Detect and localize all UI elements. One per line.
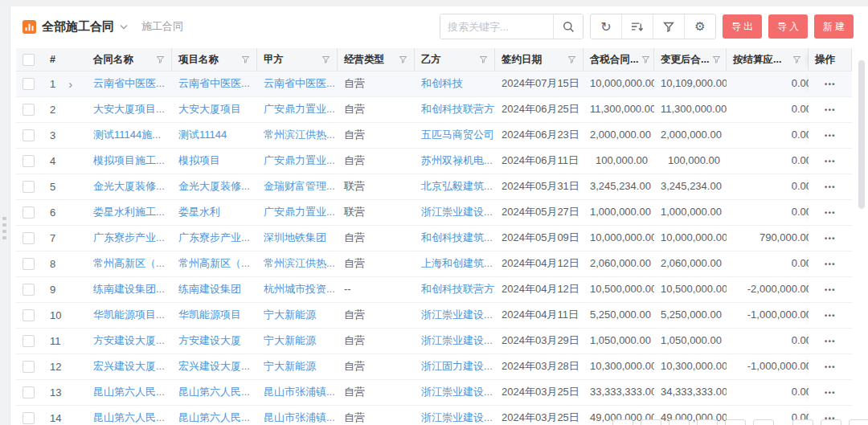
project-link[interactable]: 测试11144 [178,129,227,141]
contract-link[interactable]: 金光大厦装修... [93,180,165,192]
create-button[interactable]: 新建 [814,14,854,39]
party_a-link[interactable]: 广安鼎力置业... [264,154,335,166]
party_b-link[interactable]: 和创科技 [421,77,463,89]
project-link[interactable]: 昆山第六人民... [178,386,250,398]
contract-link[interactable]: 模拟项目施工... [93,154,165,166]
project-link[interactable]: 金光大厦装修... [178,180,250,192]
row-more-actions-button[interactable]: ••• [820,380,841,405]
filter-funnel-icon[interactable] [241,55,250,64]
refresh-icon[interactable]: ↻ [591,14,621,39]
project-link[interactable]: 方安建设大厦 [178,334,241,346]
page-button[interactable] [669,419,690,425]
contract-link[interactable]: 练南建设集团... [93,283,165,295]
row-more-actions-button[interactable]: ••• [820,251,841,276]
row-checkbox[interactable] [23,386,35,398]
expand-row-icon[interactable]: › [68,78,72,90]
party_a-link[interactable]: 杭州城市投资... [264,283,335,295]
row-checkbox[interactable] [23,78,35,90]
table-row[interactable]: 7广东寮步产业...广东寮步产业...深圳地铁集团自营和创科技建筑...2024… [16,226,852,251]
party_a-link[interactable]: 云南省中医医... [264,77,335,89]
page-button[interactable] [849,419,868,425]
filter-icon[interactable] [653,14,684,39]
table-row[interactable]: 9练南建设集团...练南建设集团杭州城市投资...--和创科技联营方2024年0… [16,277,852,303]
export-button[interactable]: 导出 [723,14,762,39]
table-row[interactable]: 13昆山第六人民...昆山第六人民...昆山市张浦镇...自营浙江崇业建设...… [16,380,852,406]
page-button[interactable] [612,419,633,425]
contract-link[interactable]: 常州高新区（... [93,257,165,269]
party_a-link[interactable]: 宁大新能源 [264,360,316,372]
page-button[interactable] [697,419,718,425]
party_a-link[interactable]: 昆山市张浦镇... [264,386,335,398]
row-more-actions-button[interactable]: ••• [820,226,841,251]
project-link[interactable]: 大安大厦项目 [178,103,241,115]
table-row[interactable]: 1›云南省中医医...云南省中医医...云南省中医医...自营和创科技2024年… [16,72,852,97]
contract-link[interactable]: 测试11144施... [93,129,161,141]
table-row[interactable]: 5金光大厦装修...金光大厦装修...金瑞财富管理...联营北京弘毅建筑...2… [16,174,852,200]
page-button[interactable] [725,419,746,425]
row-checkbox[interactable] [23,361,35,373]
party_a-link[interactable]: 深圳地铁集团 [264,231,326,243]
project-link[interactable]: 娄星水利 [178,206,220,218]
party_b-link[interactable]: 浙江崇业建设... [421,309,493,321]
contract-link[interactable]: 方安建设大厦... [93,334,165,346]
row-more-actions-button[interactable]: ••• [820,123,841,148]
project-link[interactable]: 宏兴建设大厦... [178,360,250,372]
table-row[interactable]: 3测试11144施...测试11144常州滨江供热...自营五匹马商贸公司202… [16,123,852,149]
search-input[interactable] [440,14,553,39]
row-more-actions-button[interactable]: ••• [820,354,841,379]
project-link[interactable]: 模拟项目 [178,154,220,166]
party_a-link[interactable]: 广安鼎力置业... [264,206,335,218]
contract-link[interactable]: 华凯能源项目... [93,309,165,321]
party_b-link[interactable]: 五匹马商贸公司 [421,129,494,141]
row-checkbox[interactable] [23,284,35,296]
party_b-link[interactable]: 浙江崇业建设... [421,386,493,398]
party_b-link[interactable]: 和创科技联营方 [421,103,494,115]
row-more-actions-button[interactable]: ••• [820,329,841,353]
row-more-actions-button[interactable]: ••• [820,72,841,96]
filter-funnel-icon[interactable] [156,55,165,64]
row-checkbox[interactable] [23,129,35,141]
project-link[interactable]: 云南省中医医... [178,77,250,89]
drawer-resize-handle[interactable] [2,217,7,239]
project-link[interactable]: 华凯能源项目 [178,309,241,321]
filter-funnel-icon[interactable] [479,55,488,64]
project-link[interactable]: 常州高新区（... [178,257,250,269]
page-button[interactable] [753,419,774,425]
row-more-actions-button[interactable]: ••• [820,97,841,122]
project-link[interactable]: 广东寮步产业... [178,231,250,243]
party_b-link[interactable]: 苏州双禄机电... [421,154,493,166]
party_b-link[interactable]: 北京弘毅建筑... [421,180,493,192]
row-checkbox[interactable] [23,206,35,219]
row-more-actions-button[interactable]: ••• [820,149,841,174]
table-row[interactable]: 6娄星水利施工...娄星水利广安鼎力置业...联营浙江崇业建设...2024年0… [16,200,852,226]
row-checkbox[interactable] [23,155,35,167]
search-icon[interactable] [553,14,583,39]
page-button[interactable] [641,419,661,425]
chevron-down-icon[interactable] [120,24,128,30]
table-row[interactable]: 11方安建设大厦...方安建设大厦宁大新能源自营浙江崇业建设...2024年03… [16,329,852,354]
import-button[interactable]: 导入 [768,14,808,39]
row-more-actions-button[interactable]: ••• [820,200,841,225]
filter-funnel-icon[interactable] [712,55,721,64]
filter-funnel-icon[interactable] [641,55,650,64]
row-more-actions-button[interactable]: ••• [820,174,841,199]
contract-link[interactable]: 昆山第六人民... [93,386,165,398]
contract-link[interactable]: 广东寮步产业... [93,231,165,243]
filter-funnel-icon[interactable] [792,55,801,64]
row-checkbox[interactable] [23,181,35,193]
page-button[interactable] [792,419,813,425]
party_b-link[interactable]: 浙江崇业建设... [421,334,493,346]
contract-link[interactable]: 宏兴建设大厦... [93,360,165,372]
gear-icon[interactable]: ⚙ [684,14,715,39]
table-row[interactable]: 12宏兴建设大厦...宏兴建设大厦...宁大新能源自营浙江固力建设...2024… [16,354,852,380]
contract-link[interactable]: 云南省中医医... [93,77,165,89]
page-button[interactable] [821,419,841,425]
contract-link[interactable]: 娄星水利施工... [93,206,165,218]
vertical-scrollbar[interactable] [858,60,865,209]
party_a-link[interactable]: 常州滨江供热... [264,129,335,141]
filter-funnel-icon[interactable] [321,55,330,64]
party_a-link[interactable]: 金瑞财富管理... [264,180,335,192]
filter-funnel-icon[interactable] [567,55,576,64]
row-more-actions-button[interactable]: ••• [820,277,841,302]
party_a-link[interactable]: 常州滨江供热... [264,257,335,269]
